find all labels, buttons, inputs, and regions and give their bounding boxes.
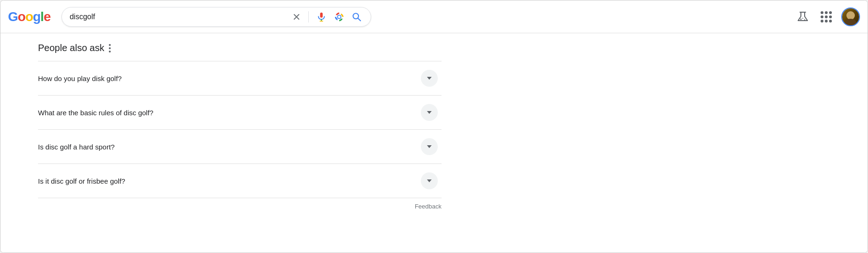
paa-question-text: How do you play disk golf? xyxy=(38,74,122,82)
search-divider xyxy=(308,11,309,22)
paa-more-options-button[interactable] xyxy=(109,44,111,52)
chevron-down-icon xyxy=(427,111,432,114)
logo-e: e xyxy=(44,9,51,24)
search-icon xyxy=(352,12,361,22)
svg-point-8 xyxy=(802,18,803,19)
expand-button[interactable] xyxy=(421,70,438,87)
svg-point-3 xyxy=(338,15,341,18)
svg-point-9 xyxy=(804,19,805,20)
svg-point-7 xyxy=(800,18,802,20)
paa-item[interactable]: What are the basic rules of disc golf? xyxy=(38,95,442,129)
clear-icon xyxy=(292,13,301,21)
menu-dot xyxy=(109,51,111,52)
main-content: People also ask How do you play disk gol… xyxy=(0,33,868,253)
chevron-down-icon xyxy=(427,179,432,182)
logo-o2: o xyxy=(25,9,33,24)
browser-frame: G o o g l e discgolf xyxy=(0,0,868,253)
search-button[interactable] xyxy=(350,12,363,22)
paa-questions-list: How do you play disk golf? What are the … xyxy=(38,61,442,198)
lens-button[interactable] xyxy=(332,12,346,22)
logo-g: G xyxy=(8,9,18,24)
logo-o1: o xyxy=(18,9,25,24)
menu-dot xyxy=(109,47,111,49)
svg-line-5 xyxy=(358,18,360,20)
header-right xyxy=(794,7,860,26)
google-logo: G o o g l e xyxy=(8,9,50,24)
expand-button[interactable] xyxy=(421,172,438,189)
labs-button[interactable] xyxy=(794,10,811,23)
paa-question-text: What are the basic rules of disc golf? xyxy=(38,109,153,117)
avatar-image xyxy=(842,8,859,25)
expand-button[interactable] xyxy=(421,104,438,121)
apps-button[interactable] xyxy=(819,11,834,22)
logo-g2: g xyxy=(33,9,40,24)
flask-icon xyxy=(796,10,809,23)
menu-dot xyxy=(109,44,111,46)
paa-item[interactable]: How do you play disk golf? xyxy=(38,61,442,95)
paa-header: People also ask xyxy=(38,43,830,53)
feedback-row: Feedback xyxy=(38,198,442,210)
svg-rect-0 xyxy=(320,12,323,17)
search-input[interactable]: discgolf xyxy=(69,13,287,21)
lens-icon xyxy=(334,12,344,22)
chevron-down-icon xyxy=(427,77,432,80)
avatar[interactable] xyxy=(841,7,860,26)
paa-question-text: Is it disc golf or frisbee golf? xyxy=(38,177,125,185)
microphone-button[interactable] xyxy=(314,12,328,22)
header: G o o g l e discgolf xyxy=(0,0,868,33)
paa-title: People also ask xyxy=(38,43,104,53)
paa-question-text: Is disc golf a hard sport? xyxy=(38,143,114,151)
apps-grid-icon xyxy=(821,11,832,22)
search-bar[interactable]: discgolf xyxy=(61,7,371,27)
paa-item[interactable]: Is it disc golf or frisbee golf? xyxy=(38,164,442,198)
expand-button[interactable] xyxy=(421,138,438,155)
avatar-body xyxy=(844,19,857,25)
feedback-link[interactable]: Feedback xyxy=(415,203,442,210)
clear-button[interactable] xyxy=(290,13,303,21)
microphone-icon xyxy=(316,12,327,22)
logo-l: l xyxy=(40,9,44,24)
paa-item[interactable]: Is disc golf a hard sport? xyxy=(38,129,442,164)
chevron-down-icon xyxy=(427,145,432,148)
